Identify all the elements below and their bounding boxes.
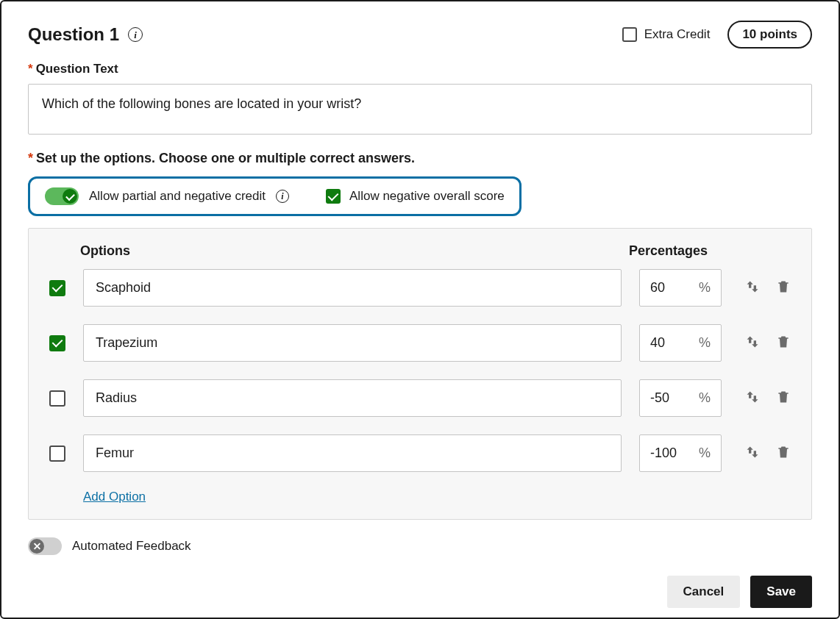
automated-feedback-row: Automated Feedback xyxy=(28,537,812,555)
option-row-actions xyxy=(745,390,791,407)
allow-negative-score-checkbox[interactable] xyxy=(326,189,341,204)
percentages-column-header: Percentages xyxy=(629,243,791,259)
required-star-icon: * xyxy=(28,62,33,76)
option-percentage-input[interactable]: 40 % xyxy=(639,324,722,362)
option-text-input[interactable]: Radius xyxy=(83,379,622,417)
save-button[interactable]: Save xyxy=(750,576,812,608)
automated-feedback-label: Automated Feedback xyxy=(72,539,191,554)
option-correct-checkbox[interactable] xyxy=(49,390,65,407)
option-correct-checkbox[interactable] xyxy=(49,335,65,351)
option-row-actions xyxy=(745,279,791,297)
option-row: Trapezium 40 % xyxy=(49,324,791,362)
option-percentage-input[interactable]: -100 % xyxy=(639,434,722,472)
extra-credit-group[interactable]: Extra Credit xyxy=(622,27,711,42)
option-percentage-value: -100 xyxy=(650,446,677,461)
question-text-label: *Question Text xyxy=(28,62,812,76)
add-option-link[interactable]: Add Option xyxy=(83,490,791,504)
header-row: Question 1 i Extra Credit 10 points xyxy=(28,21,812,49)
option-text-input[interactable]: Trapezium xyxy=(83,324,622,362)
percent-sign: % xyxy=(699,446,711,461)
allow-partial-credit-label: Allow partial and negative credit xyxy=(89,189,266,204)
delete-icon[interactable] xyxy=(776,390,791,407)
reorder-icon[interactable] xyxy=(745,445,760,462)
option-correct-checkbox[interactable] xyxy=(49,280,65,296)
automated-feedback-toggle[interactable] xyxy=(28,537,62,555)
option-text-input[interactable]: Femur xyxy=(83,434,622,472)
footer-actions: Cancel Save xyxy=(28,576,812,608)
extra-credit-checkbox[interactable] xyxy=(622,27,637,42)
option-percentage-input[interactable]: 60 % xyxy=(639,269,722,307)
option-percentage-input[interactable]: -50 % xyxy=(639,379,722,417)
delete-icon[interactable] xyxy=(776,279,791,297)
info-icon[interactable]: i xyxy=(128,27,143,42)
option-row: Femur -100 % xyxy=(49,434,791,472)
toggle-knob-icon xyxy=(63,189,77,204)
option-row: Radius -50 % xyxy=(49,379,791,417)
question-editor-panel: Question 1 i Extra Credit 10 points *Que… xyxy=(0,0,840,619)
allow-partial-credit-toggle[interactable] xyxy=(45,187,79,205)
allow-negative-score-label: Allow negative overall score xyxy=(349,189,505,204)
option-row: Scaphoid 60 % xyxy=(49,269,791,307)
info-icon[interactable]: i xyxy=(276,190,289,203)
question-title-group: Question 1 i xyxy=(28,24,143,45)
delete-icon[interactable] xyxy=(776,445,791,462)
extra-credit-label: Extra Credit xyxy=(644,27,711,42)
allow-negative-score-row: Allow negative overall score xyxy=(326,189,505,204)
cancel-button[interactable]: Cancel xyxy=(667,576,741,608)
header-right: Extra Credit 10 points xyxy=(622,21,812,49)
options-panel: Options Percentages Scaphoid 60 % xyxy=(28,228,812,520)
percent-sign: % xyxy=(699,280,711,296)
percent-sign: % xyxy=(699,335,711,351)
reorder-icon[interactable] xyxy=(745,279,760,297)
options-header: Options Percentages xyxy=(49,243,791,259)
allow-partial-credit-row: Allow partial and negative credit i xyxy=(45,187,289,205)
options-instruction: *Set up the options. Choose one or multi… xyxy=(28,151,812,166)
option-percentage-value: 60 xyxy=(650,280,665,296)
required-star-icon: * xyxy=(28,151,33,165)
option-percentage-value: 40 xyxy=(650,335,665,351)
option-correct-checkbox[interactable] xyxy=(49,446,65,462)
reorder-icon[interactable] xyxy=(745,334,760,352)
question-number-title: Question 1 xyxy=(28,24,119,45)
delete-icon[interactable] xyxy=(776,334,791,352)
toggle-knob-icon xyxy=(29,539,44,554)
percent-sign: % xyxy=(699,390,711,406)
options-column-header: Options xyxy=(80,243,629,259)
points-pill[interactable]: 10 points xyxy=(727,21,812,49)
reorder-icon[interactable] xyxy=(745,390,760,407)
credit-settings-highlight: Allow partial and negative credit i Allo… xyxy=(28,176,522,216)
option-text-input[interactable]: Scaphoid xyxy=(83,269,622,307)
option-percentage-value: -50 xyxy=(650,390,669,406)
question-text-input[interactable]: Which of the following bones are located… xyxy=(28,84,812,135)
option-row-actions xyxy=(745,334,791,352)
option-row-actions xyxy=(745,445,791,462)
